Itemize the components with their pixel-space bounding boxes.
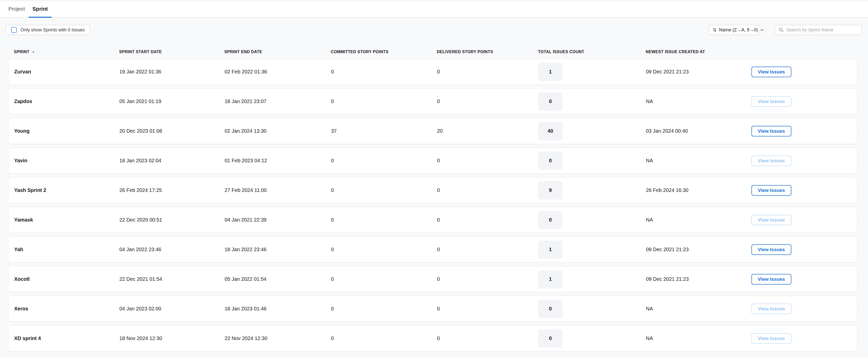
total-issues-badge: 0 [538,300,562,318]
total-issues-cell: 0 [538,152,646,170]
committed-story-points: 0 [331,335,437,341]
view-issues-button[interactable]: View Issues [751,66,792,77]
view-issues-button[interactable]: View Issues [751,333,792,344]
delivered-story-points: 0 [437,306,538,312]
view-issues-button[interactable]: View Issues [751,185,792,196]
view-issues-button[interactable]: View Issues [751,96,792,107]
sprint-row: Yavin 18 Jan 2023 02:04 01 Feb 2023 04:1… [8,147,857,174]
newest-issue-created-at: NA [646,306,751,312]
committed-story-points: 0 [331,247,437,252]
sprint-end-date: 22 Nov 2024 12:30 [225,335,331,341]
total-issues-cell: 40 [538,122,646,140]
total-issues-badge: 1 [538,63,562,81]
view-issues-button[interactable]: View Issues [751,126,792,136]
chevron-down-icon [760,28,764,32]
sprint-end-date: 18 Jan 2022 23:46 [225,247,331,252]
committed-story-points: 0 [331,217,437,223]
total-issues-cell: 1 [538,241,646,259]
view-issues-button[interactable]: View Issues [751,244,792,255]
total-issues-badge: 0 [538,92,562,111]
actions-cell: View Issues [751,96,857,107]
actions-cell: View Issues [751,66,857,77]
total-issues-badge: 1 [538,270,562,288]
newest-issue-created-at: NA [646,335,751,341]
actions-cell: View Issues [751,304,857,314]
committed-story-points: 0 [331,187,437,193]
delivered-story-points: 0 [437,247,538,252]
sort-dropdown[interactable]: ⇅ Name (Z→A, 9→0) [709,25,760,35]
view-issues-button[interactable]: View Issues [751,274,792,284]
actions-cell: View Issues [751,126,857,136]
column-header-total-issues: TOTAL ISSUES COUNT [538,50,646,54]
sprint-end-date: 01 Feb 2023 04:12 [225,158,331,164]
column-header-sprint[interactable]: SPRINT ▼ [14,50,119,54]
view-issues-button[interactable]: View Issues [751,304,792,314]
view-issues-button[interactable]: View Issues [751,215,792,225]
sprint-row: Young 20 Dec 2023 01:08 02 Jan 2024 13:3… [8,118,857,144]
actions-cell: View Issues [751,185,857,196]
sprint-row: Zapdos 05 Jan 2021 01:19 18 Jan 2021 23:… [8,88,857,114]
actions-cell: View Issues [751,244,857,255]
sprint-name: XD sprint 4 [14,335,119,341]
tab-sprint[interactable]: Sprint [29,1,52,18]
sprint-row: Zurvan 19 Jan 2022 01:36 02 Feb 2022 01:… [8,59,857,85]
sprint-row: Yash Sprint 2 26 Feb 2024 17:25 27 Feb 2… [8,177,857,203]
sprint-end-date: 02 Feb 2022 01:36 [225,69,331,75]
total-issues-cell: 0 [538,300,646,318]
total-issues-cell: 0 [538,329,646,348]
sprint-table-body: Zurvan 19 Jan 2022 01:36 02 Feb 2022 01:… [8,59,857,351]
delivered-story-points: 0 [437,69,538,75]
newest-issue-created-at: 09 Dec 2021 21:23 [646,276,751,282]
total-issues-cell: 1 [538,63,646,81]
total-issues-cell: 1 [538,270,646,288]
committed-story-points: 0 [331,69,437,75]
zero-issues-checkbox[interactable] [11,27,17,33]
zero-issues-filter[interactable]: Only show Sprints with 0 Issues [6,25,90,35]
total-issues-badge: 0 [538,329,562,348]
sprint-end-date: 02 Jan 2024 13:30 [225,128,331,134]
total-issues-cell: 0 [538,211,646,229]
sprint-start-date: 26 Feb 2024 17:25 [119,187,225,193]
tab-project[interactable]: Project [5,1,29,18]
delivered-story-points: 0 [437,276,538,282]
newest-issue-created-at: NA [646,99,751,104]
sprint-start-date: 20 Dec 2023 01:08 [119,128,225,134]
sprint-end-date: 27 Feb 2024 11:00 [225,187,331,193]
newest-issue-created-at: 09 Dec 2021 21:23 [646,247,751,252]
actions-cell: View Issues [751,215,857,225]
sprint-name: Yamask [14,217,119,223]
total-issues-badge: 0 [538,152,562,170]
total-issues-badge: 1 [538,241,562,259]
sprint-end-date: 18 Jan 2021 23:07 [225,99,331,104]
total-issues-cell: 9 [538,181,646,199]
sprint-start-date: 22 Dec 2020 00:51 [119,217,225,223]
column-header-committed-points: COMMITTED STORY POINTS [331,50,437,54]
column-header-delivered-points: DELIVERED STORY POINTS [437,50,538,54]
search-input[interactable] [786,27,858,33]
delivered-story-points: 0 [437,99,538,104]
sprint-start-date: 04 Jan 2022 23:46 [119,247,225,252]
sprint-name: Xeros [14,306,119,312]
sprint-name: Yah [14,247,119,252]
sprint-row: XD sprint 4 18 Nov 2024 12:30 22 Nov 202… [8,325,857,351]
sprint-name: Yash Sprint 2 [14,187,119,193]
delivered-story-points: 20 [437,128,538,134]
sprint-start-date: 04 Jan 2023 02:00 [119,306,225,312]
sprint-name: Zapdos [14,99,119,104]
committed-story-points: 37 [331,128,437,134]
sort-up-down-icon: ⇅ [713,28,717,32]
total-issues-badge: 0 [538,211,562,229]
sprint-row: Xeros 04 Jan 2023 02:00 18 Jan 2023 01:4… [8,296,857,322]
sprint-name: Yavin [14,158,119,164]
newest-issue-created-at: NA [646,217,751,223]
actions-cell: View Issues [751,274,857,284]
tab-bar: Project Sprint [0,1,868,18]
total-issues-cell: 0 [538,92,646,111]
sprint-name: Young [14,128,119,134]
sprint-start-date: 05 Jan 2021 01:19 [119,99,225,104]
sprint-end-date: 05 Jan 2022 01:54 [225,276,331,282]
view-issues-button[interactable]: View Issues [751,156,792,166]
sprint-row: Xocotl 22 Dec 2021 01:54 05 Jan 2022 01:… [8,266,857,292]
delivered-story-points: 0 [437,335,538,341]
sprint-start-date: 19 Jan 2022 01:36 [119,69,225,75]
